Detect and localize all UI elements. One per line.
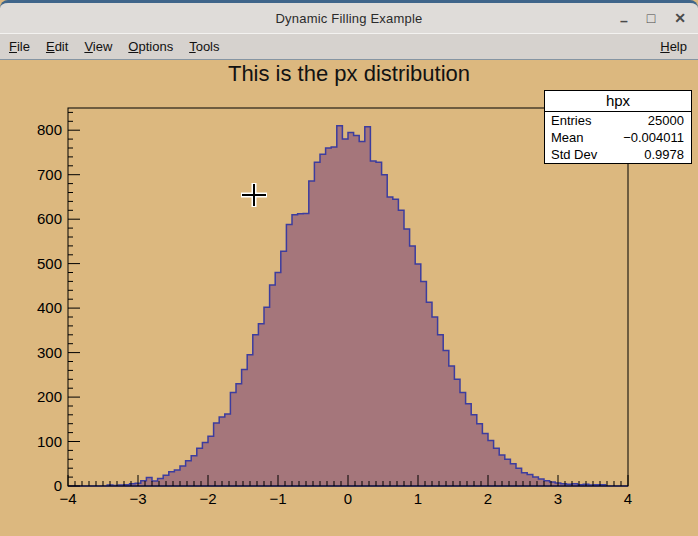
stats-box[interactable]: hpx Entries 25000 Mean −0.004011 Std Dev… xyxy=(544,90,692,164)
window-controls: – □ ✕ xyxy=(620,3,686,33)
y-axis-labels: 0100200300400500600700800 xyxy=(37,121,62,494)
window-title: Dynamic Filling Example xyxy=(276,11,423,26)
svg-text:1: 1 xyxy=(414,490,422,507)
menu-tools[interactable]: Tools xyxy=(189,39,219,54)
menu-file[interactable]: File xyxy=(9,39,30,54)
minimize-icon[interactable]: – xyxy=(620,14,628,28)
stats-value: −0.004011 xyxy=(623,129,684,146)
stats-row-mean: Mean −0.004011 xyxy=(545,129,691,146)
stats-box-title: hpx xyxy=(545,91,691,112)
svg-text:−2: −2 xyxy=(199,490,216,507)
svg-text:300: 300 xyxy=(37,344,62,361)
menu-view[interactable]: View xyxy=(84,39,112,54)
svg-text:0: 0 xyxy=(344,490,352,507)
histogram-bars xyxy=(68,126,628,486)
svg-text:−4: −4 xyxy=(59,490,76,507)
svg-text:3: 3 xyxy=(554,490,562,507)
stats-label: Mean xyxy=(551,129,584,146)
svg-text:2: 2 xyxy=(484,490,492,507)
menu-help[interactable]: Help xyxy=(660,39,687,54)
stats-value: 0.9978 xyxy=(644,146,684,163)
svg-text:200: 200 xyxy=(37,388,62,405)
svg-text:0: 0 xyxy=(54,477,62,494)
close-icon[interactable]: ✕ xyxy=(674,11,686,25)
x-axis-labels: −4−3−2−101234 xyxy=(59,490,632,507)
titlebar[interactable]: Dynamic Filling Example – □ ✕ xyxy=(0,0,698,33)
svg-text:400: 400 xyxy=(37,299,62,316)
svg-text:500: 500 xyxy=(37,255,62,272)
svg-text:700: 700 xyxy=(37,166,62,183)
crosshair-cursor xyxy=(241,183,267,207)
menu-options[interactable]: Options xyxy=(128,39,173,54)
root-canvas[interactable]: This is the px distribution −4−3−2−10123… xyxy=(0,60,698,534)
stats-row-entries: Entries 25000 xyxy=(545,112,691,129)
y-axis xyxy=(68,112,80,486)
svg-text:−1: −1 xyxy=(269,490,286,507)
stats-label: Entries xyxy=(551,112,591,129)
stats-row-stddev: Std Dev 0.9978 xyxy=(545,146,691,163)
menubar: File Edit View Options Tools Help xyxy=(0,33,698,60)
svg-text:4: 4 xyxy=(624,490,632,507)
svg-text:−3: −3 xyxy=(129,490,146,507)
app-window: Dynamic Filling Example – □ ✕ File Edit … xyxy=(0,0,698,536)
svg-text:800: 800 xyxy=(37,121,62,138)
svg-text:100: 100 xyxy=(37,433,62,450)
menu-edit[interactable]: Edit xyxy=(46,39,68,54)
svg-text:600: 600 xyxy=(37,210,62,227)
stats-value: 25000 xyxy=(648,112,684,129)
maximize-icon[interactable]: □ xyxy=(647,11,655,25)
stats-label: Std Dev xyxy=(551,146,597,163)
